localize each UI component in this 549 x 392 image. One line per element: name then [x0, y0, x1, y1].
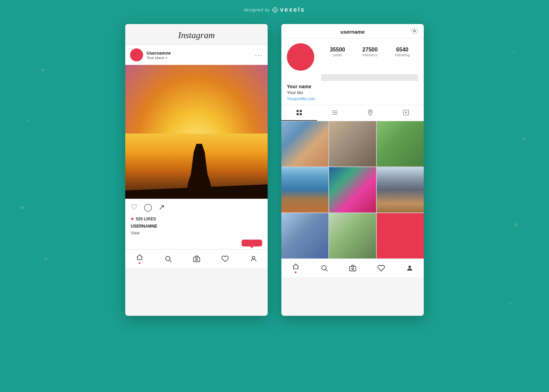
- grid-photo-6[interactable]: [377, 167, 424, 212]
- svg-point-25: [408, 266, 411, 268]
- share-button[interactable]: ↗: [159, 203, 165, 212]
- profile-home-dot: [295, 272, 296, 273]
- svg-point-24: [352, 268, 354, 270]
- posts-label: posts: [330, 53, 345, 57]
- feed-view[interactable]: View: [125, 230, 268, 240]
- following-label: following: [395, 53, 410, 57]
- settings-icon[interactable]: [411, 27, 418, 36]
- feed-header: Instagram: [125, 24, 268, 45]
- feed-post-username: Usernamne: [147, 50, 255, 56]
- feed-avatar: [130, 48, 143, 61]
- comment-button[interactable]: ◯: [144, 203, 152, 212]
- profile-nav-home[interactable]: [292, 263, 300, 273]
- profile-edit-button[interactable]: [321, 74, 418, 81]
- profile-header: username: [281, 24, 424, 38]
- grid-photo-1[interactable]: [281, 121, 328, 166]
- grid-photo-5[interactable]: [329, 167, 376, 212]
- svg-rect-12: [300, 113, 302, 115]
- tab-grid[interactable]: [281, 105, 317, 121]
- profile-username: username: [340, 29, 365, 35]
- grid-photo-7[interactable]: [281, 213, 328, 258]
- stat-following: 6540 following: [395, 47, 410, 57]
- feed-nav-search[interactable]: [164, 255, 172, 263]
- svg-line-22: [326, 269, 327, 271]
- svg-point-16: [370, 111, 371, 112]
- grid-photo-3[interactable]: [377, 121, 424, 166]
- feed-post-location[interactable]: Your place >: [147, 56, 255, 60]
- profile-phone: username 35500 posts 27500: [281, 24, 424, 316]
- feed-tooltip-bubble: [242, 240, 262, 246]
- feed-image-sky: [125, 65, 268, 134]
- grid-photo-9[interactable]: [377, 213, 424, 258]
- followers-count: 27500: [362, 47, 378, 53]
- feed-post-header: Usernamne Your place > ···: [125, 45, 268, 65]
- grid-photo-2[interactable]: [329, 121, 376, 166]
- svg-rect-5: [193, 257, 199, 262]
- svg-rect-9: [296, 110, 299, 112]
- like-button[interactable]: ♡: [131, 203, 138, 212]
- profile-tooltip-bubble: [380, 230, 421, 242]
- feed-title: Instagram: [178, 30, 215, 40]
- profile-avatar: [287, 43, 314, 71]
- profile-top-row: 35500 posts 27500 followers 6540 followi…: [287, 43, 418, 71]
- grid-photo-8[interactable]: [329, 213, 376, 258]
- tab-location[interactable]: [353, 105, 388, 121]
- profile-nav-camera[interactable]: [349, 264, 357, 272]
- profile-grid: [281, 121, 424, 258]
- watermark: designed by vexels: [244, 6, 305, 13]
- svg-point-3: [165, 256, 170, 261]
- tab-tag[interactable]: [388, 105, 424, 121]
- svg-rect-10: [300, 110, 302, 112]
- vexels-diamond-icon: [272, 7, 278, 13]
- feed-user-info: Usernamne Your place >: [147, 50, 255, 60]
- svg-point-8: [413, 30, 416, 32]
- svg-point-6: [196, 258, 198, 261]
- profile-tabs: [281, 105, 424, 121]
- profile-nav-user[interactable]: [406, 264, 413, 272]
- svg-point-21: [322, 266, 326, 270]
- feed-nav-home[interactable]: [136, 254, 143, 264]
- svg-line-4: [170, 260, 171, 262]
- likes-count: 520 LIKES: [136, 217, 156, 221]
- profile-info-section: 35500 posts 27500 followers 6540 followi…: [281, 38, 424, 105]
- home-nav-dot: [139, 262, 140, 264]
- grid-photo-4[interactable]: [281, 167, 328, 212]
- stat-posts: 35500 posts: [330, 47, 345, 57]
- posts-count: 35500: [330, 47, 345, 53]
- svg-rect-11: [296, 113, 299, 115]
- profile-name: Your name: [287, 84, 418, 89]
- feed-post-image: [125, 65, 268, 199]
- feed-caption: USERNAMNE: [125, 222, 268, 230]
- profile-nav-search[interactable]: [320, 264, 328, 272]
- followers-label: followers: [362, 53, 378, 57]
- feed-likes: ♥ 520 LIKES: [125, 215, 268, 222]
- profile-nav-heart[interactable]: [377, 264, 385, 272]
- feed-nav: [125, 249, 268, 268]
- feed-nav-heart[interactable]: [221, 255, 229, 263]
- following-count: 6540: [395, 47, 410, 53]
- feed-image-silhouette: [186, 144, 213, 199]
- feed-tooltip-area: [125, 240, 268, 249]
- feed-actions: ♡ ◯ ↗: [125, 199, 268, 215]
- profile-website[interactable]: Yourprofile.com: [287, 96, 418, 101]
- designed-by-text: designed by: [244, 8, 270, 12]
- svg-point-7: [252, 256, 255, 259]
- profile-bio: Your bio: [287, 90, 418, 95]
- svg-rect-23: [349, 266, 355, 271]
- tab-list[interactable]: [317, 105, 353, 121]
- brand-name: vexels: [280, 6, 305, 13]
- feed-more-button[interactable]: ···: [255, 51, 263, 59]
- feed-nav-camera[interactable]: [193, 255, 200, 263]
- feed-phone: Instagram Usernamne Your place > ··· ♡ ◯…: [125, 24, 268, 316]
- feed-nav-user[interactable]: [250, 255, 257, 263]
- profile-stats: 35500 posts 27500 followers 6540 followi…: [321, 47, 418, 57]
- stat-followers: 27500 followers: [362, 47, 378, 57]
- heart-filled-icon: ♥: [131, 216, 134, 222]
- profile-nav: [281, 258, 424, 277]
- phones-container: Instagram Usernamne Your place > ··· ♡ ◯…: [125, 24, 424, 316]
